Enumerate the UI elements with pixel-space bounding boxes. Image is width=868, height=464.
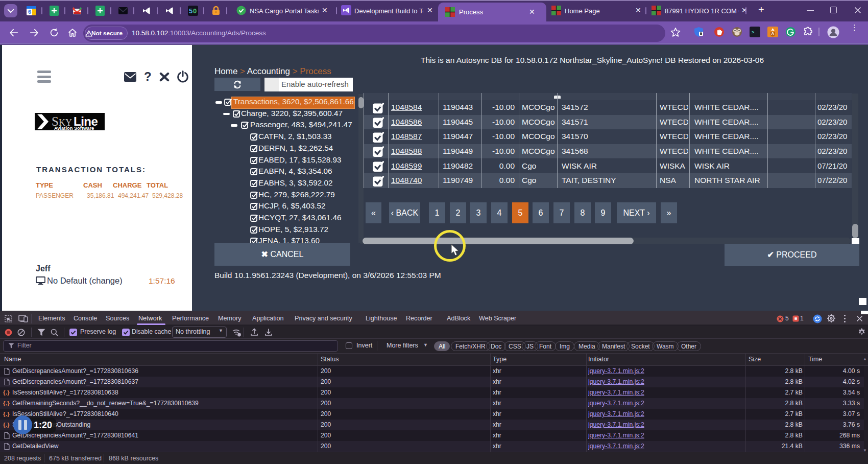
svg-text:0: 0	[193, 7, 197, 15]
svg-text:A: A	[771, 31, 775, 36]
svg-text:6: 6	[28, 9, 31, 15]
svg-text:>_: >_	[752, 30, 757, 35]
svg-text:Aviation Software: Aviation Software	[54, 126, 94, 131]
svg-text:5: 5	[189, 7, 192, 15]
